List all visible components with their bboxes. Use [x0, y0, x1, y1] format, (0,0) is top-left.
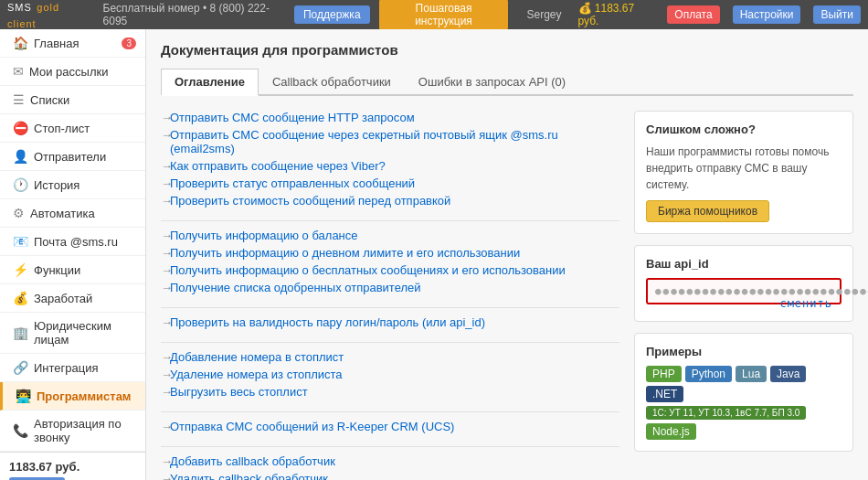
help-panel: Слишком сложно? Наши программисты готовы… [634, 111, 853, 234]
doc-group-2: Получить информацию о балансе Получить и… [161, 229, 619, 294]
bolt-icon: ⚡ [13, 262, 28, 277]
logo-sms: SMS [7, 2, 32, 13]
link-approved-senders[interactable]: Получение списка одобренных отправителей [161, 281, 619, 294]
phone-icon: 📞 [13, 423, 28, 438]
sidebar-item-integration[interactable]: 🔗 Интеграция [0, 354, 145, 382]
topbar-username: Sergey [526, 8, 561, 21]
link-add-stoplist[interactable]: Добавление номера в стоплист [161, 350, 619, 364]
tab-toc[interactable]: Оглавление [161, 69, 259, 96]
doc-group-1: Отправить СМС сообщение HTTP запросом От… [161, 111, 619, 208]
main-layout: 🏠 Главная 3 ✉ Мои рассылки ☰ Списки ⛔ Ст… [0, 29, 868, 480]
sidebar-item-senders[interactable]: 👤 Отправители [0, 143, 145, 171]
example-nodejs[interactable]: Node.js [646, 423, 696, 440]
link-check-status[interactable]: Проверить статус отправленных сообщений [161, 176, 619, 190]
example-1c[interactable]: 1С: УТ 11, УТ 10.3, 1вС 7.7, БП 3.0 [646, 406, 806, 420]
examples-panel: Примеры PHP Python Lua Java .NET 1С: УТ … [634, 333, 853, 452]
link-icon: 🔗 [13, 360, 28, 375]
link-daily-limit[interactable]: Получить информацию о дневном лимите и е… [161, 246, 619, 260]
api-title: Ваш api_id [646, 257, 842, 271]
separator-5 [161, 446, 619, 447]
link-validate-login[interactable]: Проверить на валидность пару логин/парол… [161, 315, 619, 329]
home-icon: 🏠 [13, 36, 28, 50]
gear-icon: ⚙ [13, 206, 25, 220]
help-text: Наши программисты готовы помочь внедрить… [646, 144, 842, 193]
link-send-http[interactable]: Отправить СМС сообщение HTTP запросом [161, 111, 619, 124]
email-icon: 📧 [13, 234, 28, 249]
money-icon: 💰 [13, 291, 28, 305]
sidebar-item-mailings[interactable]: ✉ Мои рассылки [0, 58, 145, 86]
help-btn[interactable]: Биржа помощников [646, 200, 769, 222]
sidebar-label-mail: Почта @sms.ru [34, 235, 118, 249]
link-balance[interactable]: Получить информацию о балансе [161, 229, 619, 242]
sidebar-item-mail[interactable]: 📧 Почта @sms.ru [0, 228, 145, 256]
stop-icon: ⛔ [13, 121, 28, 135]
api-panel: Ваш api_id ●●●●●●●●●●●●●●●●●●●●●●●●●●●● … [634, 245, 853, 322]
support-button[interactable]: Поддержка [294, 5, 370, 24]
topbar: SMS gold client Бесплатный номер • 8 (80… [0, 0, 868, 29]
link-remove-stoplist[interactable]: Удаление номера из стоплиста [161, 368, 619, 381]
tab-errors[interactable]: Ошибки в запросах API (0) [405, 69, 579, 96]
sidebar-item-callauth[interactable]: 📞 Авторизация по звонку [0, 411, 145, 452]
guide-button[interactable]: Пошаговая инструкция [379, 0, 509, 30]
sidebar-label-callauth: Авторизация по звонку [34, 417, 136, 444]
sidebar-item-automation[interactable]: ⚙ Автоматика [0, 199, 145, 228]
sidebar-bottom: 1183.67 руб. Оплата [0, 452, 145, 480]
user-icon: 👤 [13, 149, 28, 164]
sidebar-label-mailings: Мои рассылки [29, 65, 108, 79]
tab-callback[interactable]: Callback обработчики [259, 69, 405, 96]
sidebar-item-home[interactable]: 🏠 Главная 3 [0, 29, 145, 58]
sidebar-item-history[interactable]: 🕐 История [0, 171, 145, 199]
link-send-email2sms[interactable]: Отправить СМС сообщение через секретный … [161, 128, 619, 155]
example-python[interactable]: Python [685, 366, 732, 382]
sidebar-label-senders: Отправители [34, 150, 106, 164]
settings-button[interactable]: Настройки [733, 5, 801, 24]
example-lua[interactable]: Lua [736, 366, 767, 382]
separator-2 [161, 307, 619, 308]
topbar-balance: 💰 1183.67 руб. [578, 2, 655, 27]
doc-group-3: Проверить на валидность пару логин/парол… [161, 315, 619, 329]
link-add-callback[interactable]: Добавить callback обработчик [161, 454, 619, 468]
sidebar-label-home: Главная [34, 37, 79, 50]
building-icon: 🏢 [13, 325, 28, 340]
sidebar-label-functions: Функции [34, 263, 80, 277]
logout-button[interactable]: Выйти [813, 5, 861, 24]
sidebar-item-legal[interactable]: 🏢 Юридическим лицам [0, 313, 145, 354]
pay-button[interactable]: Оплата [667, 5, 719, 24]
link-export-stoplist[interactable]: Выгрузить весь стоплист [161, 385, 619, 399]
tabs-bar: Оглавление Callback обработчики Ошибки в… [161, 69, 853, 96]
link-send-viber[interactable]: Как отправить сообщение через Viber? [161, 159, 619, 173]
sidebar-item-lists[interactable]: ☰ Списки [0, 86, 145, 114]
sidebar-label-integration: Интеграция [34, 361, 99, 375]
topbar-phone: Бесплатный номер • 8 (800) 222-6095 [103, 2, 285, 27]
sidebar-label-lists: Списки [30, 93, 69, 107]
doc-group-5: Отправка СМС сообщений из R-Keeper CRM (… [161, 420, 619, 433]
link-remove-callback[interactable]: Удалить callback обработчик [161, 472, 619, 480]
sidebar-item-functions[interactable]: ⚡ Функции [0, 256, 145, 284]
doc-links-section: Отправить СМС сообщение HTTP запросом От… [161, 111, 619, 480]
sidebar-label-history: История [34, 178, 79, 192]
api-change-link[interactable]: сменить [779, 297, 832, 310]
right-panel: Слишком сложно? Наши программисты готовы… [634, 111, 853, 480]
history-icon: 🕐 [13, 177, 28, 192]
doc-group-4: Добавление номера в стоплист Удаление но… [161, 350, 619, 399]
example-java[interactable]: Java [770, 366, 806, 382]
sidebar-item-stoplist[interactable]: ⛔ Стоп-лист [0, 114, 145, 143]
sidebar-label-stoplist: Стоп-лист [34, 122, 90, 135]
sidebar-item-earn[interactable]: 💰 Заработай [0, 284, 145, 313]
mail-icon: ✉ [13, 64, 24, 79]
doc-group-6: Добавить callback обработчик Удалить cal… [161, 454, 619, 480]
example-php[interactable]: PHP [646, 366, 682, 382]
api-id-box: ●●●●●●●●●●●●●●●●●●●●●●●●●●●● сменить [646, 278, 842, 304]
link-rkeeper[interactable]: Отправка СМС сообщений из R-Keeper CRM (… [161, 420, 619, 433]
link-free-sms[interactable]: Получить информацию о бесплатных сообщен… [161, 263, 619, 277]
help-title: Слишком сложно? [646, 123, 842, 136]
separator-1 [161, 220, 619, 221]
sidebar-item-developers[interactable]: 👨‍💻 Программистам [0, 382, 145, 411]
logo: SMS gold client [7, 0, 89, 31]
api-id-value: ●●●●●●●●●●●●●●●●●●●●●●●●●●●● [655, 285, 868, 297]
sidebar-balance: 1183.67 руб. [9, 460, 136, 474]
example-dotnet[interactable]: .NET [646, 386, 683, 402]
link-check-cost[interactable]: Проверить стоимость сообщений перед отпр… [161, 194, 619, 208]
coin-icon: 💰 [578, 2, 592, 15]
sidebar-label-developers: Программистам [37, 389, 131, 403]
